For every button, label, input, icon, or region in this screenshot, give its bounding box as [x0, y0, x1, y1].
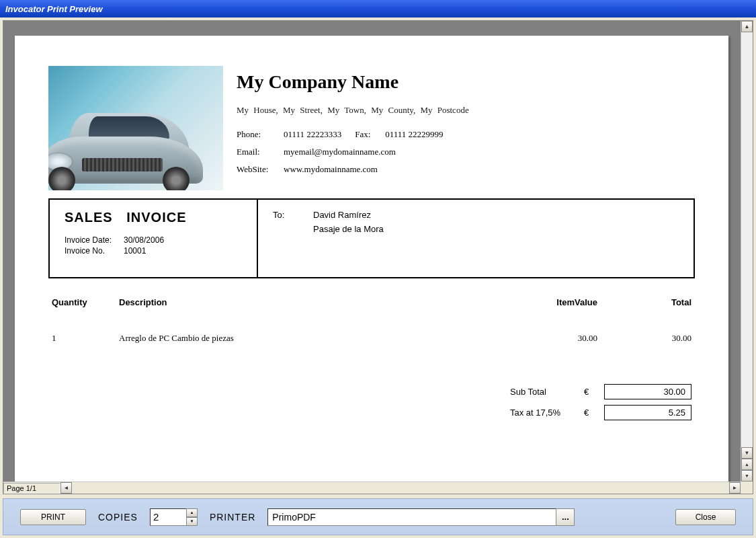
printer-input[interactable]: [267, 508, 556, 526]
window-title: Invocator Print Preview: [5, 4, 103, 14]
company-address: My House, My Street, My Town, My County,…: [237, 105, 695, 116]
bottom-toolbar: PRINT COPIES ▲ ▼ PRINTER ... Close: [3, 498, 753, 535]
tax-value: 5.25: [604, 405, 691, 420]
scrollbar-corner: [741, 482, 753, 494]
scroll-down-button[interactable]: ▼: [741, 447, 753, 459]
line-item: 1 Arreglo de PC Cambio de piezas 30.00 3…: [48, 333, 695, 344]
items-header: Quantity Description ItemValue Total: [48, 297, 695, 307]
invoice-date-label: Invoice Date:: [65, 235, 124, 245]
scroll-up-button[interactable]: ▲: [741, 21, 753, 32]
scroll-page-up-button[interactable]: ▲: [741, 459, 753, 470]
subtotal-value: 30.00: [604, 384, 691, 399]
item-qty: 1: [52, 333, 119, 344]
print-button[interactable]: PRINT: [20, 509, 86, 525]
phone-value: 01111 22223333: [284, 129, 341, 140]
item-desc: Arreglo de PC Cambio de piezas: [119, 333, 503, 344]
col-total: Total: [597, 297, 691, 307]
subtotal-currency: €: [584, 387, 604, 397]
invoice-title: SALES INVOICE: [65, 210, 242, 225]
window-titlebar: Invocator Print Preview: [0, 0, 756, 17]
fax-label: Fax:: [355, 129, 385, 140]
scroll-track[interactable]: [741, 32, 753, 447]
copies-down-button[interactable]: ▼: [186, 517, 198, 526]
to-label: To:: [273, 210, 313, 220]
scroll-left-button[interactable]: ◄: [60, 482, 72, 494]
tax-label: Tax at 17,5%: [510, 408, 584, 418]
email-label: Email:: [237, 147, 284, 157]
col-description: Description: [119, 297, 503, 307]
website-label: WebSite:: [237, 164, 284, 175]
invoice-info-box: SALES INVOICE Invoice Date: 30/08/2006 I…: [50, 200, 258, 277]
preview-viewport[interactable]: My Company Name My House, My Street, My …: [3, 21, 741, 482]
company-phone-row: Phone: 01111 22223333 Fax: 01111 2222999…: [237, 129, 695, 140]
vertical-scrollbar[interactable]: ▲ ▼ ▲ ▼: [741, 21, 753, 482]
company-name: My Company Name: [237, 71, 695, 93]
email-value: myemail@mydomainname.com: [284, 147, 396, 157]
tax-currency: €: [584, 408, 604, 418]
invoice-number-label: Invoice No.: [65, 246, 124, 256]
item-value: 30.00: [503, 333, 597, 344]
col-itemvalue: ItemValue: [503, 297, 597, 307]
document-page: My Company Name My House, My Street, My …: [15, 36, 728, 482]
phone-label: Phone:: [237, 129, 284, 140]
subtotal-label: Sub Total: [510, 387, 584, 397]
copies-spinner[interactable]: ▲ ▼: [186, 508, 198, 526]
totals-section: Sub Total € 30.00 Tax at 17,5% € 5.25: [48, 384, 695, 420]
invoice-to-box: To: David Ramírez Pasaje de la Mora: [258, 200, 694, 277]
close-button[interactable]: Close: [675, 509, 736, 525]
copies-up-button[interactable]: ▲: [186, 508, 198, 517]
invoice-date: 30/08/2006: [124, 235, 164, 245]
copies-input[interactable]: [150, 508, 187, 526]
company-website-row: WebSite: www.mydomainname.com: [237, 164, 695, 175]
page-indicator: Page 1/1: [3, 483, 60, 494]
company-email-row: Email: myemail@mydomainname.com: [237, 147, 695, 157]
company-logo-image: [48, 66, 223, 190]
col-quantity: Quantity: [52, 297, 119, 307]
printer-browse-button[interactable]: ...: [556, 508, 575, 526]
website-value: www.mydomainname.com: [284, 164, 378, 175]
preview-area: My Company Name My House, My Street, My …: [3, 20, 753, 494]
scroll-page-down-button[interactable]: ▼: [741, 470, 753, 482]
to-address: Pasaje de la Mora: [313, 224, 384, 234]
invoice-number: 10001: [124, 246, 146, 256]
to-name: David Ramírez: [313, 210, 371, 220]
horizontal-scrollbar[interactable]: Page 1/1 ◄ ►: [3, 482, 741, 494]
printer-label: PRINTER: [210, 512, 255, 523]
fax-value: 01111 22229999: [385, 129, 443, 140]
scroll-right-button[interactable]: ►: [729, 482, 741, 494]
item-total: 30.00: [597, 333, 691, 344]
copies-label: COPIES: [98, 512, 138, 523]
app-frame: My Company Name My House, My Street, My …: [0, 17, 756, 538]
